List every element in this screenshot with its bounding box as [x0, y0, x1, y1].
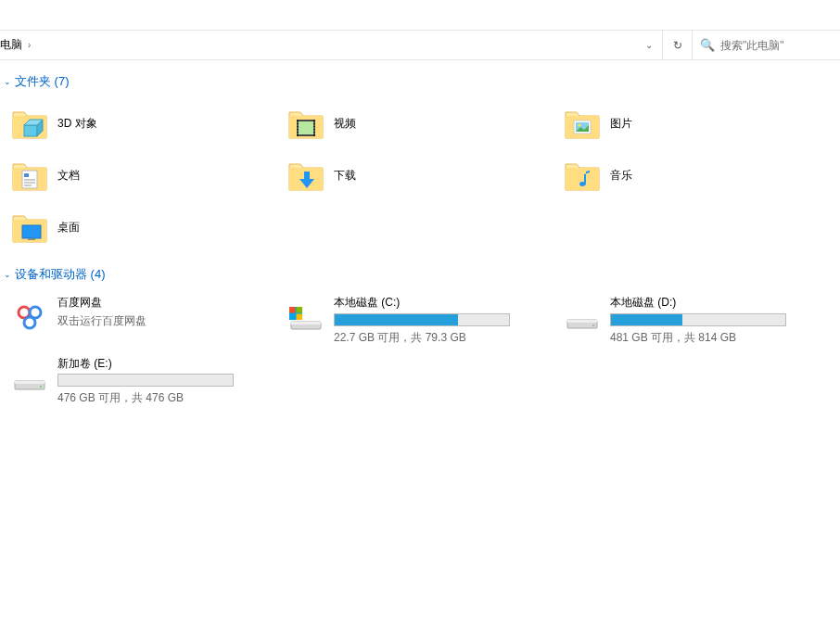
folder-documents-icon — [7, 153, 52, 197]
breadcrumb[interactable]: 电脑 › — [0, 31, 636, 59]
svg-rect-33 — [289, 314, 296, 321]
address-dropdown[interactable]: ⌄ — [636, 31, 662, 59]
folder-3d-icon — [7, 101, 52, 146]
drive-info: 百度网盘 双击运行百度网盘 — [57, 296, 280, 329]
section-header-drives[interactable]: ⌄ 设备和驱动器 (4) — [0, 261, 840, 288]
search-input[interactable] — [720, 39, 833, 52]
folder-label: 音乐 — [610, 168, 632, 184]
toolbar-ribbon — [0, 0, 840, 31]
drive-info: 本地磁盘 (C:) 22.7 GB 可用，共 79.3 GB — [334, 296, 556, 346]
breadcrumb-location[interactable]: 电脑 — [0, 37, 22, 53]
svg-rect-34 — [297, 314, 303, 321]
folder-downloads-icon — [284, 153, 328, 197]
drive-usage-bar — [610, 313, 786, 326]
svg-point-27 — [24, 317, 35, 328]
svg-point-11 — [313, 124, 314, 125]
section-header-folders[interactable]: ⌄ 文件夹 (7) — [0, 68, 840, 95]
drive-subtitle: 双击运行百度网盘 — [57, 313, 269, 329]
search-icon: 🔍 — [700, 38, 715, 52]
folder-label: 视频 — [334, 116, 356, 132]
drive-stats: 476 GB 可用，共 476 GB — [57, 390, 269, 406]
folder-downloads[interactable]: 下载 — [282, 151, 558, 199]
folder-3d-objects[interactable]: 3D 对象 — [6, 99, 282, 147]
folder-grid: 3D 对象 视频 — [0, 95, 840, 261]
drive-name: 新加卷 (E:) — [57, 357, 269, 372]
drive-name: 本地磁盘 (D:) — [610, 296, 821, 311]
drive-info: 新加卷 (E:) 476 GB 可用，共 476 GB — [57, 357, 280, 407]
chevron-down-icon: ⌄ — [4, 270, 11, 279]
svg-point-5 — [297, 121, 298, 122]
refresh-button[interactable]: ↻ — [662, 31, 692, 59]
drive-stats: 22.7 GB 可用，共 79.3 GB — [334, 330, 545, 346]
svg-rect-32 — [297, 307, 303, 313]
folder-label: 桌面 — [57, 220, 80, 235]
svg-rect-23 — [22, 225, 41, 238]
svg-point-13 — [313, 130, 314, 131]
svg-rect-19 — [24, 173, 29, 177]
drive-baidu[interactable]: 百度网盘 双击运行百度网盘 — [6, 294, 282, 348]
folder-pictures-icon — [560, 101, 605, 146]
drive-usage-fill — [611, 314, 682, 325]
svg-point-14 — [313, 133, 314, 134]
folder-label: 文档 — [57, 168, 80, 184]
drive-c[interactable]: 本地磁盘 (C:) 22.7 GB 可用，共 79.3 GB — [282, 294, 558, 348]
disk-drive-icon — [7, 357, 52, 401]
drive-stats: 481 GB 可用，共 814 GB — [610, 330, 821, 346]
svg-rect-24 — [28, 238, 35, 240]
folder-desktop[interactable]: 桌面 — [6, 203, 282, 251]
folder-label: 图片 — [610, 116, 632, 132]
folder-documents[interactable]: 文档 — [6, 151, 282, 199]
system-drive-icon — [284, 296, 328, 340]
address-bar: 电脑 › ⌄ ↻ 🔍 — [0, 31, 840, 60]
svg-rect-39 — [15, 381, 45, 384]
folder-desktop-icon — [7, 205, 52, 249]
svg-rect-31 — [289, 307, 296, 313]
svg-rect-0 — [24, 125, 37, 136]
drive-e[interactable]: 新加卷 (E:) 476 GB 可用，共 476 GB — [6, 355, 282, 409]
section-title-drives: 设备和驱动器 (4) — [15, 266, 106, 283]
folder-video-icon — [284, 101, 328, 146]
section-title-folders: 文件夹 (7) — [15, 73, 70, 90]
folder-music-icon — [560, 153, 605, 197]
chevron-down-icon: ⌄ — [4, 77, 11, 86]
content-area: ⌄ 文件夹 (7) 3D 对象 — [0, 60, 840, 425]
drive-usage-fill — [335, 314, 458, 325]
svg-point-10 — [313, 121, 314, 122]
svg-rect-36 — [567, 320, 597, 323]
svg-point-17 — [579, 124, 581, 127]
disk-drive-icon — [560, 296, 605, 340]
svg-point-37 — [592, 324, 594, 326]
folder-music[interactable]: 音乐 — [558, 151, 834, 199]
folder-videos[interactable]: 视频 — [282, 99, 558, 147]
drive-d[interactable]: 本地磁盘 (D:) 481 GB 可用，共 814 GB — [558, 294, 834, 348]
svg-point-6 — [297, 124, 298, 125]
svg-point-12 — [313, 127, 314, 128]
drive-grid: 百度网盘 双击运行百度网盘 本地磁盘 (C:) — [0, 288, 840, 417]
svg-point-8 — [297, 130, 298, 131]
svg-rect-2 — [299, 121, 313, 134]
chevron-right-icon[interactable]: › — [28, 40, 31, 50]
svg-point-9 — [297, 133, 298, 134]
folder-label: 3D 对象 — [57, 116, 97, 132]
folder-pictures[interactable]: 图片 — [558, 99, 834, 147]
drive-usage-bar — [57, 374, 234, 387]
baidu-netdisk-icon — [7, 296, 52, 340]
folder-label: 下载 — [334, 168, 356, 184]
svg-point-7 — [297, 127, 298, 128]
drive-info: 本地磁盘 (D:) 481 GB 可用，共 814 GB — [610, 296, 833, 346]
svg-point-40 — [40, 386, 42, 388]
drive-name: 本地磁盘 (C:) — [334, 296, 545, 311]
search-box[interactable]: 🔍 — [692, 31, 840, 59]
svg-rect-29 — [291, 322, 321, 324]
drive-usage-bar — [334, 313, 510, 326]
drive-name: 百度网盘 — [57, 296, 269, 311]
